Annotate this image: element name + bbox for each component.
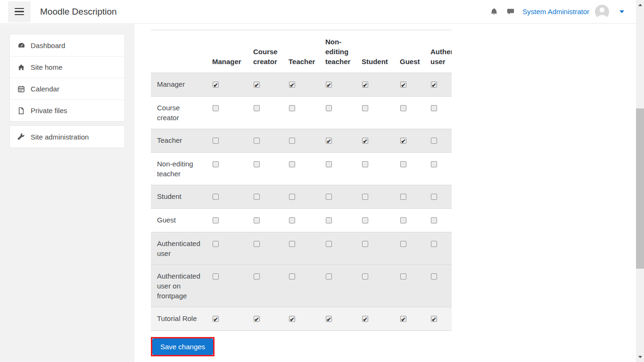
file-icon: [17, 107, 25, 115]
role-checkbox-unchecked[interactable]: [289, 105, 295, 111]
role-checkbox-unchecked[interactable]: [400, 105, 406, 111]
triangle-down-icon: [638, 356, 642, 358]
role-checkbox-unchecked[interactable]: [326, 217, 332, 223]
role-checkbox-checked[interactable]: [254, 82, 260, 88]
role-checkbox-checked[interactable]: [326, 138, 332, 144]
role-checkbox-checked[interactable]: [213, 82, 219, 88]
row-label: Authenticated user on frontpage: [151, 265, 212, 307]
role-checkbox-unchecked[interactable]: [362, 241, 368, 247]
navbar-user-area: System Administrator: [482, 5, 624, 19]
role-checkbox-unchecked[interactable]: [400, 194, 406, 200]
hamburger-menu-button[interactable]: [8, 1, 31, 22]
scroll-down-arrow[interactable]: [636, 353, 644, 361]
role-checkbox-checked[interactable]: [400, 316, 406, 322]
role-checkbox-unchecked[interactable]: [213, 105, 219, 111]
role-checkbox-checked[interactable]: [289, 316, 295, 322]
scroll-up-arrow[interactable]: [636, 1, 644, 9]
role-checkbox-unchecked[interactable]: [431, 241, 437, 247]
role-checkbox-unchecked[interactable]: [362, 217, 368, 223]
highlight-box: Save changes: [151, 337, 215, 356]
role-checkbox-unchecked[interactable]: [254, 217, 260, 223]
role-checkbox-unchecked[interactable]: [213, 241, 219, 247]
role-checkbox-unchecked[interactable]: [431, 217, 437, 223]
role-checkbox-unchecked[interactable]: [400, 273, 406, 280]
table-row: Course creator: [151, 97, 452, 129]
role-checkbox-unchecked[interactable]: [431, 105, 437, 111]
vertical-scrollbar[interactable]: [636, 0, 644, 362]
role-checkbox-unchecked[interactable]: [326, 105, 332, 111]
role-checkbox-unchecked[interactable]: [289, 217, 295, 223]
role-checkbox-unchecked[interactable]: [431, 273, 437, 280]
save-changes-button[interactable]: Save changes: [152, 338, 213, 355]
role-checkbox-unchecked[interactable]: [326, 241, 332, 247]
column-header: Teacher: [289, 30, 325, 73]
table-row: Authenticated user: [151, 232, 452, 265]
sidebar-item-private-files[interactable]: Private files: [10, 99, 124, 121]
caret-down-icon[interactable]: [619, 10, 624, 13]
role-checkbox-checked[interactable]: [362, 316, 368, 322]
corner-header: [151, 30, 212, 73]
role-checkbox-unchecked[interactable]: [326, 273, 332, 280]
home-icon: [17, 64, 25, 71]
role-checkbox-unchecked[interactable]: [213, 217, 219, 223]
role-checkbox-unchecked[interactable]: [431, 161, 437, 167]
role-checkbox-checked[interactable]: [326, 316, 332, 322]
wrench-icon: [17, 133, 25, 140]
role-checkbox-checked[interactable]: [254, 316, 260, 322]
hamburger-icon: [15, 8, 24, 9]
role-checkbox-unchecked[interactable]: [289, 273, 295, 280]
role-checkbox-unchecked[interactable]: [362, 161, 368, 167]
bell-icon[interactable]: [490, 8, 498, 16]
role-checkbox-unchecked[interactable]: [289, 194, 295, 200]
role-checkbox-unchecked[interactable]: [289, 241, 295, 247]
top-navbar: Moodle Description System Administrator: [0, 0, 644, 24]
dashboard-icon: [17, 41, 25, 49]
role-checkbox-unchecked[interactable]: [326, 194, 332, 200]
scrollbar-thumb[interactable]: [636, 108, 644, 269]
role-checkbox-unchecked[interactable]: [289, 161, 295, 167]
sidebar-item-label: Site administration: [31, 133, 89, 141]
role-checkbox-unchecked[interactable]: [254, 194, 260, 200]
chat-icon[interactable]: [506, 8, 515, 16]
role-checkbox-checked[interactable]: [400, 138, 406, 144]
role-checkbox-checked[interactable]: [400, 82, 406, 88]
role-checkbox-unchecked[interactable]: [213, 138, 219, 144]
sidebar-item-dashboard[interactable]: Dashboard: [10, 34, 124, 56]
role-checkbox-unchecked[interactable]: [431, 138, 437, 144]
role-checkbox-unchecked[interactable]: [213, 194, 219, 200]
avatar[interactable]: [595, 5, 609, 19]
role-checkbox-checked[interactable]: [362, 82, 368, 88]
role-checkbox-unchecked[interactable]: [254, 273, 260, 280]
role-checkbox-unchecked[interactable]: [289, 138, 295, 144]
role-checkbox-unchecked[interactable]: [254, 138, 260, 144]
role-checkbox-unchecked[interactable]: [213, 161, 219, 167]
role-checkbox-unchecked[interactable]: [254, 241, 260, 247]
role-checkbox-checked[interactable]: [213, 316, 219, 322]
role-checkbox-unchecked[interactable]: [400, 161, 406, 167]
site-title[interactable]: Moodle Description: [40, 7, 117, 17]
table-row: Non-editing teacher: [151, 153, 452, 185]
role-checkbox-checked[interactable]: [326, 82, 332, 88]
role-checkbox-unchecked[interactable]: [400, 241, 406, 247]
column-header: Student: [362, 30, 400, 73]
role-checkbox-unchecked[interactable]: [362, 105, 368, 111]
role-checkbox-checked[interactable]: [431, 316, 437, 322]
role-checkbox-unchecked[interactable]: [362, 194, 368, 200]
table-row: Tutorial Role: [151, 307, 452, 331]
role-checkbox-unchecked[interactable]: [326, 161, 332, 167]
role-checkbox-unchecked[interactable]: [362, 273, 368, 280]
role-checkbox-unchecked[interactable]: [400, 217, 406, 223]
row-label: Non-editing teacher: [151, 153, 212, 185]
role-checkbox-unchecked[interactable]: [431, 194, 437, 200]
sidebar-item-calendar[interactable]: Calendar: [10, 78, 124, 99]
role-checkbox-checked[interactable]: [289, 82, 295, 88]
sidebar-item-site-administration[interactable]: Site administration: [10, 126, 124, 148]
role-checkbox-unchecked[interactable]: [213, 273, 219, 280]
role-matrix-clip: ManagerCourse creatorTeacherNon-editing …: [151, 30, 452, 331]
role-checkbox-checked[interactable]: [362, 138, 368, 144]
role-checkbox-unchecked[interactable]: [254, 161, 260, 167]
role-checkbox-checked[interactable]: [431, 82, 437, 88]
user-menu-link[interactable]: System Administrator: [522, 8, 589, 16]
sidebar-item-site-home[interactable]: Site home: [10, 56, 124, 78]
role-checkbox-unchecked[interactable]: [254, 105, 260, 111]
